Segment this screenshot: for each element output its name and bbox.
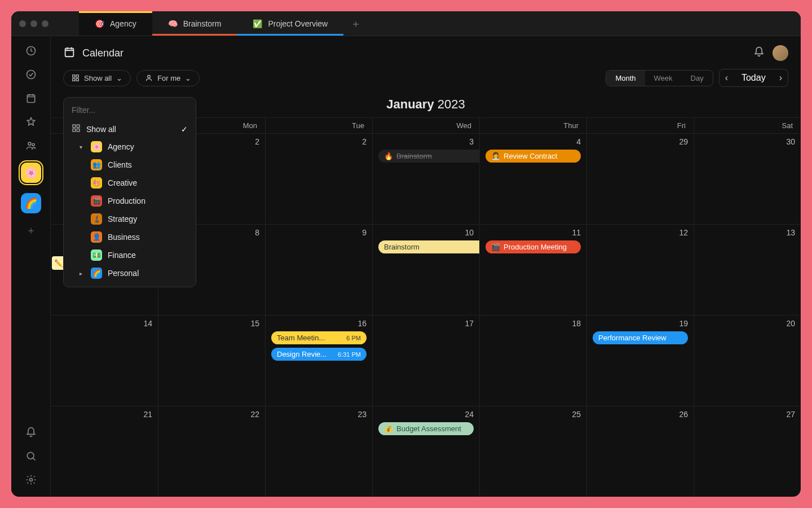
day-cell[interactable]: 27 xyxy=(694,406,801,497)
bell-icon[interactable] xyxy=(24,426,38,439)
star-icon[interactable] xyxy=(24,115,38,129)
day-cell[interactable]: 15 xyxy=(158,316,265,406)
calendar-event[interactable]: Performance Review xyxy=(593,331,688,344)
next-button[interactable]: › xyxy=(774,69,788,86)
tab-add[interactable]: ＋ xyxy=(343,11,368,36)
view-month[interactable]: Month xyxy=(606,71,645,86)
day-cell[interactable]: 17 xyxy=(372,316,479,406)
day-number: 13 xyxy=(700,228,795,237)
svg-point-1 xyxy=(27,71,35,79)
calendar-event[interactable]: Brainstorm xyxy=(378,240,479,253)
clock-icon[interactable] xyxy=(24,44,38,58)
add-workspace[interactable]: ＋ xyxy=(24,224,38,237)
day-cell[interactable]: 19Performance Review xyxy=(586,316,694,406)
day-number: 4 xyxy=(486,137,581,146)
plus-icon: ＋ xyxy=(26,224,36,237)
day-cell[interactable]: 18 xyxy=(479,316,586,406)
day-cell[interactable]: 20 xyxy=(694,316,801,406)
day-cell[interactable]: 10Brainstorm xyxy=(372,225,479,315)
traffic-close[interactable] xyxy=(19,20,26,27)
day-cell[interactable]: 3🔥Brainstorm xyxy=(372,134,479,224)
calendar-event[interactable]: Team Meetin...6 PM xyxy=(271,331,367,344)
month-name: January xyxy=(386,97,434,111)
svg-rect-16 xyxy=(77,129,80,132)
view-day[interactable]: Day xyxy=(682,71,713,86)
event-label: Design Revie... xyxy=(277,350,326,358)
folder-icon: 👥 xyxy=(91,159,102,170)
tab-agency[interactable]: 🎯 Agency xyxy=(79,11,152,36)
option-label: Finance xyxy=(108,251,136,260)
search-icon[interactable] xyxy=(24,449,38,463)
filter-show-all[interactable]: Show all ⌄ xyxy=(63,70,131,86)
day-cell[interactable]: 11🎬Production Meeting xyxy=(479,225,586,315)
bell-icon[interactable] xyxy=(753,46,765,60)
workspace-personal[interactable]: 🌈 xyxy=(21,193,41,213)
filter-option-personal[interactable]: ▸ 🌈 Personal xyxy=(64,264,196,282)
svg-rect-15 xyxy=(73,129,76,132)
chevron-down-icon: ⌄ xyxy=(185,74,191,82)
view-segmented: Month Week Day xyxy=(606,70,713,86)
option-label: Business xyxy=(108,233,140,242)
filter-option-strategy[interactable]: ♟️ Strategy xyxy=(64,210,196,228)
calendar-event[interactable]: 👩‍💼Review Contract xyxy=(486,150,581,163)
filter-input[interactable] xyxy=(64,102,196,120)
people-icon[interactable] xyxy=(24,139,38,152)
tab-label: Project Overview xyxy=(268,19,328,28)
folder-icon: 🎨 xyxy=(91,177,102,189)
day-cell[interactable]: 14 xyxy=(51,316,158,406)
day-cell[interactable]: 21 xyxy=(51,406,158,497)
calendar-event[interactable]: 💰Budget Assessment xyxy=(378,422,474,435)
workspace-agency[interactable]: 🌸 xyxy=(21,163,41,183)
controls: Show all ⌄ For me ⌄ Month Week Day ‹ xyxy=(51,65,801,95)
filter-option-show-all[interactable]: Show all ✓ xyxy=(64,120,196,138)
filter-for-me[interactable]: For me ⌄ xyxy=(136,70,200,86)
filter-option-clients[interactable]: 👥 Clients xyxy=(64,156,196,174)
calendar-event[interactable]: 🔥Brainstorm xyxy=(378,150,479,163)
traffic-max[interactable] xyxy=(42,20,48,27)
day-cell[interactable]: 9 xyxy=(265,225,372,315)
day-cell[interactable]: 23 xyxy=(265,406,372,497)
calendar-event[interactable]: 🎬Production Meeting xyxy=(486,240,581,253)
tab-brainstorm[interactable]: 🧠 Brainstorm xyxy=(152,11,237,36)
tab-project-overview[interactable]: ✅ Project Overview xyxy=(237,11,343,36)
event-label: Brainstorm xyxy=(384,243,420,251)
day-cell[interactable]: 13 xyxy=(694,225,801,315)
event-label: Budget Assessment xyxy=(396,424,461,433)
day-cell[interactable]: 30 xyxy=(694,134,801,224)
day-cell[interactable]: 29 xyxy=(586,134,694,224)
day-cell[interactable]: 16Team Meetin...6 PMDesign Revie...6:31 … xyxy=(265,316,372,406)
calendar-icon[interactable] xyxy=(24,91,38,105)
filter-option-creative[interactable]: 🎨 Creative xyxy=(64,174,196,192)
avatar[interactable] xyxy=(773,45,788,61)
day-cell[interactable]: 2 xyxy=(265,134,372,224)
day-cell[interactable]: 25 xyxy=(479,406,586,497)
traffic-min[interactable] xyxy=(30,20,37,27)
filter-label: Show all xyxy=(84,74,112,82)
day-number: 24 xyxy=(378,410,474,419)
svg-point-4 xyxy=(32,143,34,146)
event-icon: 💰 xyxy=(384,424,393,433)
tab-label: Brainstorm xyxy=(183,19,222,28)
event-icon: 🔥 xyxy=(384,152,393,160)
day-cell[interactable]: 12 xyxy=(586,225,694,315)
filter-option-production[interactable]: 🎬 Production xyxy=(64,192,196,210)
calendar-event[interactable]: Design Revie...6:31 PM xyxy=(271,348,367,361)
day-cell[interactable]: 26 xyxy=(586,406,694,497)
view-week[interactable]: Week xyxy=(645,71,682,86)
filter-option-business[interactable]: 👤 Business xyxy=(64,228,196,246)
filter-option-finance[interactable]: 💵 Finance xyxy=(64,246,196,264)
main: Calendar Show all ⌄ For me xyxy=(51,36,801,497)
tab-icon: 🎯 xyxy=(95,19,104,28)
prev-button[interactable]: ‹ xyxy=(720,69,734,86)
event-label: Production Meeting xyxy=(504,243,567,251)
today-button[interactable]: Today xyxy=(734,69,774,86)
day-cell[interactable]: 4👩‍💼Review Contract xyxy=(479,134,586,224)
svg-rect-2 xyxy=(27,95,34,102)
day-cell[interactable]: 22 xyxy=(158,406,265,497)
day-number: 18 xyxy=(486,319,581,328)
plus-icon: ＋ xyxy=(351,17,361,30)
check-circle-icon[interactable] xyxy=(24,68,38,81)
filter-option-agency[interactable]: ▾ 🌸 Agency xyxy=(64,138,196,156)
day-cell[interactable]: 24💰Budget Assessment xyxy=(372,406,479,497)
gear-icon[interactable] xyxy=(24,473,38,487)
